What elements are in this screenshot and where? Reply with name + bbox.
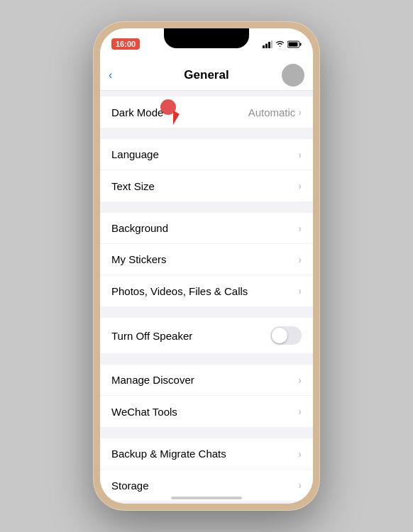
background-label: Background	[111, 222, 298, 234]
backup-migrate-label: Backup & Migrate Chats	[111, 448, 298, 460]
settings-group-1: Dark Mode Automatic ›	[100, 96, 313, 128]
separator-5	[100, 427, 313, 433]
manage-discover-chevron: ›	[298, 375, 302, 386]
separator-3	[100, 306, 313, 312]
svg-rect-2	[268, 42, 270, 48]
settings-group-6: Backup & Migrate Chats › Storage ›	[100, 438, 313, 501]
background-chevron: ›	[298, 223, 302, 234]
dark-mode-chevron: ›	[298, 106, 302, 118]
back-button[interactable]: ‹	[109, 69, 112, 82]
settings-group-3: Background › My Stickers › Photos, Video…	[100, 213, 313, 306]
backup-migrate-chevron: ›	[298, 448, 302, 460]
photos-videos-row[interactable]: Photos, Videos, Files & Calls ›	[100, 275, 313, 306]
notch	[164, 28, 249, 48]
turn-off-speaker-toggle[interactable]	[270, 326, 302, 345]
separator-1	[100, 128, 313, 133]
turn-off-speaker-label: Turn Off Speaker	[111, 330, 270, 342]
wifi-icon	[275, 40, 285, 48]
svg-rect-5	[300, 43, 302, 45]
avatar	[282, 64, 304, 87]
battery-icon	[287, 40, 302, 48]
manage-discover-row[interactable]: Manage Discover ›	[100, 365, 313, 396]
wechat-tools-row[interactable]: WeChat Tools ›	[100, 396, 313, 427]
phone-screen: 16:00	[100, 28, 313, 504]
back-chevron: ‹	[109, 69, 112, 82]
text-size-chevron: ›	[298, 180, 302, 192]
language-chevron: ›	[298, 149, 302, 160]
svg-rect-0	[263, 45, 265, 48]
photos-videos-label: Photos, Videos, Files & Calls	[111, 285, 298, 297]
text-size-row[interactable]: Text Size ›	[100, 170, 313, 201]
dark-mode-value: Automatic	[248, 106, 296, 118]
status-time: 16:00	[111, 38, 140, 50]
dark-mode-row[interactable]: Dark Mode Automatic ›	[100, 96, 313, 128]
separator-2	[100, 201, 313, 207]
manage-discover-label: Manage Discover	[111, 374, 298, 386]
background-row[interactable]: Background ›	[100, 213, 313, 244]
status-icons	[263, 40, 302, 48]
wechat-tools-label: WeChat Tools	[111, 406, 298, 418]
turn-off-speaker-row[interactable]: Turn Off Speaker	[100, 318, 313, 353]
svg-rect-6	[289, 42, 298, 46]
separator-6	[100, 501, 313, 504]
wechat-tools-chevron: ›	[298, 406, 302, 417]
language-row[interactable]: Language ›	[100, 139, 313, 170]
settings-group-5: Manage Discover › WeChat Tools ›	[100, 365, 313, 427]
storage-chevron: ›	[298, 480, 302, 491]
language-label: Language	[111, 148, 298, 160]
settings-group-2: Language › Text Size ›	[100, 139, 313, 201]
separator-4	[100, 353, 313, 359]
svg-rect-3	[271, 40, 272, 48]
nav-bar: ‹ General	[100, 60, 313, 91]
home-indicator	[171, 497, 242, 499]
text-size-label: Text Size	[111, 180, 298, 192]
toggle-knob	[272, 328, 287, 343]
signal-icon	[263, 40, 272, 48]
svg-rect-1	[265, 43, 268, 48]
phone-frame: 16:00	[93, 21, 320, 511]
photos-videos-chevron: ›	[298, 285, 302, 297]
my-stickers-chevron: ›	[298, 254, 302, 265]
backup-migrate-row[interactable]: Backup & Migrate Chats ›	[100, 438, 313, 470]
storage-label: Storage	[111, 480, 298, 492]
dark-mode-label: Dark Mode	[111, 106, 248, 118]
settings-content: Dark Mode Automatic › Language › Text Si…	[100, 91, 313, 504]
my-stickers-row[interactable]: My Stickers ›	[100, 244, 313, 275]
my-stickers-label: My Stickers	[111, 253, 298, 265]
settings-group-4: Turn Off Speaker	[100, 318, 313, 353]
page-title: General	[184, 68, 228, 82]
